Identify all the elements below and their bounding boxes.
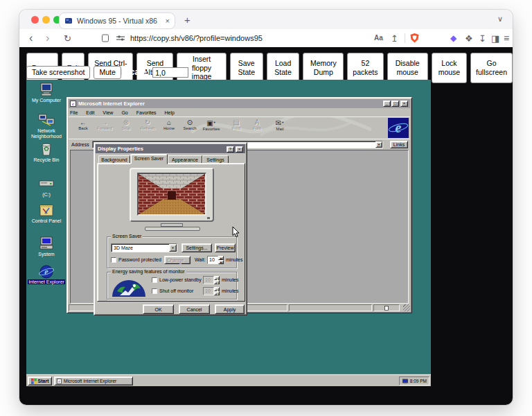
shutoff-label: Shut off monitor — [159, 288, 193, 293]
spin-down-icon: ▼ — [214, 280, 220, 284]
menu-go[interactable]: Go — [121, 110, 127, 115]
desktop-icon-system[interactable]: System — [28, 236, 65, 257]
task-button-label: Microsoft Internet Explorer — [64, 379, 116, 383]
packets-button[interactable]: 52 packets — [347, 53, 383, 83]
menu-edit[interactable]: Edit — [86, 110, 94, 115]
tray-display-icon[interactable] — [402, 379, 408, 384]
print-button[interactable]: ▤ Print — [226, 119, 247, 130]
sidebar-icon[interactable]: ◨ — [491, 34, 499, 43]
refresh-button[interactable]: ↻ Refresh — [137, 119, 158, 130]
extensions-icon[interactable]: ❖ — [465, 34, 473, 43]
bookmark-icon[interactable] — [102, 35, 109, 42]
desktop-icon-internet-explorer[interactable]: e Internet Explorer — [28, 264, 65, 285]
home-button[interactable]: ⌂ Home — [159, 119, 179, 130]
lock-mouse-button[interactable]: Lock mouse — [432, 53, 467, 83]
dialog-title-bar[interactable]: Display Properties ? × — [96, 144, 245, 153]
system-icon — [38, 236, 55, 250]
brave-shield-icon[interactable] — [410, 33, 419, 43]
address-dropdown-icon[interactable]: ▼ — [375, 141, 382, 148]
disable-mouse-button[interactable]: Disable mouse — [387, 53, 428, 83]
forward-button[interactable]: → Forward — [94, 119, 115, 130]
close-icon[interactable]: × — [236, 146, 243, 153]
desktop-icon-my-computer[interactable]: My Computer — [28, 83, 65, 103]
standby-checkbox[interactable] — [152, 277, 157, 283]
search-button[interactable]: ⊙ Search — [179, 119, 200, 130]
mac-close-button[interactable] — [31, 16, 39, 24]
back-icon[interactable]: ‹ — [29, 33, 33, 44]
tool-forward-icon: → — [94, 119, 115, 126]
mute-button[interactable]: Mute — [94, 66, 121, 79]
favorites-button[interactable]: ▣▼ Favorites — [201, 119, 222, 131]
screensaver-combobox[interactable]: 3D Maze ▼ — [111, 243, 177, 252]
desktop-icon-c-drive[interactable]: (C:) — [28, 177, 65, 198]
desktop-icon-network[interactable]: Network Neighborhood — [28, 113, 65, 139]
menu-favorites[interactable]: Favorites — [136, 110, 157, 115]
links-button[interactable]: Links — [390, 141, 408, 148]
memory-dump-button[interactable]: Memory Dump — [303, 53, 344, 83]
fullscreen-button[interactable]: Go fullscreen — [470, 53, 513, 83]
wait-spinner[interactable]: 10 ▲ ▼ — [207, 256, 224, 264]
url-text[interactable]: https://copy.sh/v86/?profile=windows95 — [130, 34, 263, 42]
wallet-icon[interactable]: ◆ — [450, 34, 456, 42]
font-button[interactable]: A Font — [247, 119, 267, 130]
tool-home-icon: ⌂ — [159, 119, 179, 126]
status-zone-panel — [373, 304, 400, 311]
site-settings-icon[interactable] — [116, 35, 125, 42]
browser-toolbar: ‹ › ↻ https://copy.sh/v86/?profile=windo… — [19, 29, 513, 47]
ok-button[interactable]: OK — [143, 304, 174, 314]
windows-logo-icon — [31, 379, 37, 384]
browser-tab[interactable]: Windows 95 - Virtual x86 × — [59, 12, 175, 29]
settings-button[interactable]: Settings... — [181, 243, 212, 252]
desktop-icon-recycle-bin[interactable]: Recycle Bin — [28, 142, 65, 163]
back-button[interactable]: ← Back — [73, 119, 94, 130]
help-icon[interactable]: ? — [227, 146, 234, 153]
start-button[interactable]: Start — [28, 376, 52, 385]
tab-favicon — [64, 17, 73, 25]
shutoff-checkbox[interactable] — [152, 288, 157, 294]
minimize-icon[interactable]: _ — [383, 101, 391, 107]
ie-logo: e — [388, 118, 409, 138]
reload-icon[interactable]: ↻ — [64, 34, 71, 43]
system-tray: 8:09 PM — [399, 376, 429, 385]
load-state-button[interactable]: Load State — [267, 53, 300, 83]
new-tab-button[interactable]: + — [184, 15, 190, 25]
forward-icon[interactable]: › — [46, 33, 49, 44]
spin-down-icon[interactable]: ▼ — [218, 260, 224, 264]
ie-title-bar[interactable]: e Microsoft Internet Explorer _ □ × — [69, 99, 410, 108]
mac-minimize-button[interactable] — [42, 16, 50, 24]
password-checkbox[interactable] — [111, 257, 116, 263]
menu-help[interactable]: Help — [165, 110, 175, 115]
energy-group-label: Energy saving features of monitor — [111, 269, 186, 274]
change-button[interactable]: Change... — [164, 256, 190, 264]
close-icon[interactable]: × — [400, 101, 408, 107]
tab-close-icon[interactable]: × — [166, 17, 170, 25]
mail-button[interactable]: ✉▼ Mail — [269, 119, 290, 131]
resize-grip[interactable] — [403, 304, 410, 311]
cancel-button[interactable]: Cancel — [179, 304, 210, 314]
menu-icon[interactable]: ≡ — [504, 33, 509, 43]
task-button-ie[interactable]: e Microsoft Internet Explorer — [54, 376, 133, 385]
menu-file[interactable]: File — [70, 110, 78, 115]
desktop-icon-label: Internet Explorer — [28, 279, 65, 285]
apply-button[interactable]: Apply — [215, 304, 245, 314]
tray-clock[interactable]: 8:09 PM — [410, 379, 427, 383]
menu-view[interactable]: View — [103, 110, 113, 115]
drive-icon — [38, 177, 55, 191]
share-icon[interactable]: ↥ — [391, 34, 398, 43]
download-icon[interactable]: ↧ — [479, 34, 486, 43]
control-panel-icon — [38, 203, 55, 217]
stop-button[interactable]: ⊗ Stop — [116, 119, 136, 130]
translate-icon[interactable]: Aa — [374, 35, 383, 42]
combo-dropdown-icon[interactable]: ▼ — [169, 244, 177, 252]
tab-screen-saver[interactable]: Screen Saver — [130, 154, 168, 164]
preview-button[interactable]: Preview — [215, 243, 236, 252]
desktop-icon-label: Control Panel — [28, 218, 65, 224]
tab-overflow-icon[interactable]: ∨ — [497, 15, 503, 23]
maximize-icon[interactable]: □ — [391, 101, 399, 107]
save-state-button[interactable]: Save State — [230, 53, 263, 83]
scale-input[interactable]: 1,0 — [152, 67, 188, 78]
desktop-icon-control-panel[interactable]: Control Panel — [28, 203, 65, 224]
tool-refresh-icon: ↻ — [137, 119, 158, 126]
scale-label: Scale: — [125, 67, 149, 77]
screenshot-button[interactable]: Take screenshot — [26, 66, 90, 79]
